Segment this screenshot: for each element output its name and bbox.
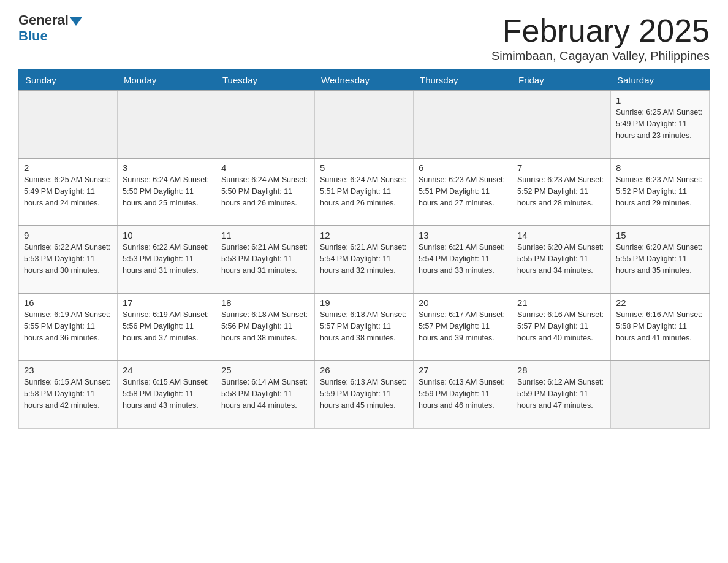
title-section: February 2025 Simimbaan, Cagayan Valley,…: [491, 12, 710, 63]
day-info: Sunrise: 6:22 AM Sunset: 5:53 PM Dayligh…: [24, 242, 112, 276]
day-number: 23: [24, 365, 112, 375]
cell-week5-day4: 27Sunrise: 6:13 AM Sunset: 5:59 PM Dayli…: [414, 361, 512, 428]
cell-week4-day6: 22Sunrise: 6:16 AM Sunset: 5:58 PM Dayli…: [611, 293, 710, 361]
day-info: Sunrise: 6:19 AM Sunset: 5:56 PM Dayligh…: [123, 309, 211, 343]
cell-week1-day6: 1Sunrise: 6:25 AM Sunset: 5:49 PM Daylig…: [611, 91, 710, 158]
logo-general-label: General: [18, 12, 69, 28]
day-number: 12: [320, 230, 408, 240]
cell-week1-day2: [216, 91, 315, 158]
cell-week4-day3: 19Sunrise: 6:18 AM Sunset: 5:57 PM Dayli…: [315, 293, 414, 361]
cell-week2-day6: 8Sunrise: 6:23 AM Sunset: 5:52 PM Daylig…: [611, 158, 710, 226]
logo: General Blue: [18, 12, 82, 44]
header-thursday: Thursday: [414, 70, 512, 91]
page-header: General Blue February 2025 Simimbaan, Ca…: [18, 12, 710, 63]
location-subtitle: Simimbaan, Cagayan Valley, Philippines: [491, 49, 710, 63]
calendar-body: 1Sunrise: 6:25 AM Sunset: 5:49 PM Daylig…: [19, 91, 710, 428]
day-info: Sunrise: 6:24 AM Sunset: 5:51 PM Dayligh…: [320, 174, 408, 209]
week-row-1: 1Sunrise: 6:25 AM Sunset: 5:49 PM Daylig…: [19, 91, 710, 158]
day-number: 5: [320, 163, 408, 173]
day-info: Sunrise: 6:19 AM Sunset: 5:55 PM Dayligh…: [24, 309, 112, 343]
day-info: Sunrise: 6:18 AM Sunset: 5:57 PM Dayligh…: [320, 309, 408, 343]
day-info: Sunrise: 6:20 AM Sunset: 5:55 PM Dayligh…: [616, 242, 704, 276]
day-info: Sunrise: 6:24 AM Sunset: 5:50 PM Dayligh…: [221, 174, 309, 209]
day-info: Sunrise: 6:21 AM Sunset: 5:53 PM Dayligh…: [221, 242, 309, 276]
day-number: 24: [123, 365, 211, 375]
week-row-3: 9Sunrise: 6:22 AM Sunset: 5:53 PM Daylig…: [19, 226, 710, 293]
day-info: Sunrise: 6:13 AM Sunset: 5:59 PM Dayligh…: [320, 377, 408, 411]
day-number: 11: [221, 230, 309, 240]
cell-week4-day5: 21Sunrise: 6:16 AM Sunset: 5:57 PM Dayli…: [512, 293, 611, 361]
cell-week3-day2: 11Sunrise: 6:21 AM Sunset: 5:53 PM Dayli…: [216, 226, 315, 293]
day-info: Sunrise: 6:16 AM Sunset: 5:57 PM Dayligh…: [517, 309, 605, 343]
day-info: Sunrise: 6:15 AM Sunset: 5:58 PM Dayligh…: [123, 377, 211, 411]
logo-arrow-icon: [70, 17, 82, 26]
cell-week3-day3: 12Sunrise: 6:21 AM Sunset: 5:54 PM Dayli…: [315, 226, 414, 293]
cell-week2-day4: 6Sunrise: 6:23 AM Sunset: 5:51 PM Daylig…: [414, 158, 512, 226]
cell-week1-day1: [118, 91, 216, 158]
cell-week5-day0: 23Sunrise: 6:15 AM Sunset: 5:58 PM Dayli…: [19, 361, 118, 428]
cell-week4-day0: 16Sunrise: 6:19 AM Sunset: 5:55 PM Dayli…: [19, 293, 118, 361]
cell-week3-day5: 14Sunrise: 6:20 AM Sunset: 5:55 PM Dayli…: [512, 226, 611, 293]
day-number: 26: [320, 365, 408, 375]
header-friday: Friday: [512, 70, 611, 91]
day-number: 8: [616, 163, 704, 173]
day-number: 18: [221, 297, 309, 308]
day-info: Sunrise: 6:22 AM Sunset: 5:53 PM Dayligh…: [123, 242, 211, 276]
cell-week2-day2: 4Sunrise: 6:24 AM Sunset: 5:50 PM Daylig…: [216, 158, 315, 226]
cell-week2-day1: 3Sunrise: 6:24 AM Sunset: 5:50 PM Daylig…: [118, 158, 216, 226]
day-number: 27: [419, 365, 507, 375]
header-saturday: Saturday: [611, 70, 710, 91]
day-number: 17: [123, 297, 211, 308]
day-number: 2: [24, 163, 112, 173]
day-info: Sunrise: 6:21 AM Sunset: 5:54 PM Dayligh…: [320, 242, 408, 276]
header-sunday: Sunday: [19, 70, 118, 91]
day-info: Sunrise: 6:13 AM Sunset: 5:59 PM Dayligh…: [419, 377, 507, 411]
cell-week1-day0: [19, 91, 118, 158]
day-number: 13: [419, 230, 507, 240]
day-number: 7: [517, 163, 605, 173]
cell-week3-day6: 15Sunrise: 6:20 AM Sunset: 5:55 PM Dayli…: [611, 226, 710, 293]
day-info: Sunrise: 6:20 AM Sunset: 5:55 PM Dayligh…: [517, 242, 605, 276]
logo-blue-text: Blue: [18, 28, 48, 44]
day-info: Sunrise: 6:23 AM Sunset: 5:51 PM Dayligh…: [419, 174, 507, 209]
calendar-table: SundayMondayTuesdayWednesdayThursdayFrid…: [18, 69, 710, 429]
day-info: Sunrise: 6:16 AM Sunset: 5:58 PM Dayligh…: [616, 309, 704, 343]
header-tuesday: Tuesday: [216, 70, 315, 91]
cell-week5-day3: 26Sunrise: 6:13 AM Sunset: 5:59 PM Dayli…: [315, 361, 414, 428]
day-number: 9: [24, 230, 112, 240]
header-wednesday: Wednesday: [315, 70, 414, 91]
day-info: Sunrise: 6:23 AM Sunset: 5:52 PM Dayligh…: [517, 174, 605, 209]
cell-week5-day1: 24Sunrise: 6:15 AM Sunset: 5:58 PM Dayli…: [118, 361, 216, 428]
day-info: Sunrise: 6:17 AM Sunset: 5:57 PM Dayligh…: [419, 309, 507, 343]
day-number: 25: [221, 365, 309, 375]
cell-week3-day4: 13Sunrise: 6:21 AM Sunset: 5:54 PM Dayli…: [414, 226, 512, 293]
week-row-2: 2Sunrise: 6:25 AM Sunset: 5:49 PM Daylig…: [19, 158, 710, 226]
cell-week3-day0: 9Sunrise: 6:22 AM Sunset: 5:53 PM Daylig…: [19, 226, 118, 293]
day-number: 3: [123, 163, 211, 173]
day-number: 16: [24, 297, 112, 308]
day-number: 21: [517, 297, 605, 308]
week-row-4: 16Sunrise: 6:19 AM Sunset: 5:55 PM Dayli…: [19, 293, 710, 361]
cell-week2-day0: 2Sunrise: 6:25 AM Sunset: 5:49 PM Daylig…: [19, 158, 118, 226]
month-title: February 2025: [491, 12, 710, 49]
day-info: Sunrise: 6:25 AM Sunset: 5:49 PM Dayligh…: [616, 107, 704, 141]
cell-week2-day3: 5Sunrise: 6:24 AM Sunset: 5:51 PM Daylig…: [315, 158, 414, 226]
day-number: 20: [419, 297, 507, 308]
calendar-header: SundayMondayTuesdayWednesdayThursdayFrid…: [19, 70, 710, 91]
day-number: 1: [616, 95, 704, 105]
day-number: 14: [517, 230, 605, 240]
cell-week5-day6: [611, 361, 710, 428]
cell-week3-day1: 10Sunrise: 6:22 AM Sunset: 5:53 PM Dayli…: [118, 226, 216, 293]
cell-week4-day1: 17Sunrise: 6:19 AM Sunset: 5:56 PM Dayli…: [118, 293, 216, 361]
cell-week1-day4: [414, 91, 512, 158]
week-row-5: 23Sunrise: 6:15 AM Sunset: 5:58 PM Dayli…: [19, 361, 710, 428]
day-info: Sunrise: 6:15 AM Sunset: 5:58 PM Dayligh…: [24, 377, 112, 411]
day-info: Sunrise: 6:25 AM Sunset: 5:49 PM Dayligh…: [24, 174, 112, 209]
cell-week1-day5: [512, 91, 611, 158]
cell-week4-day4: 20Sunrise: 6:17 AM Sunset: 5:57 PM Dayli…: [414, 293, 512, 361]
day-info: Sunrise: 6:14 AM Sunset: 5:58 PM Dayligh…: [221, 377, 309, 411]
day-info: Sunrise: 6:21 AM Sunset: 5:54 PM Dayligh…: [419, 242, 507, 276]
cell-week1-day3: [315, 91, 414, 158]
day-info: Sunrise: 6:24 AM Sunset: 5:50 PM Dayligh…: [123, 174, 211, 209]
day-number: 6: [419, 163, 507, 173]
